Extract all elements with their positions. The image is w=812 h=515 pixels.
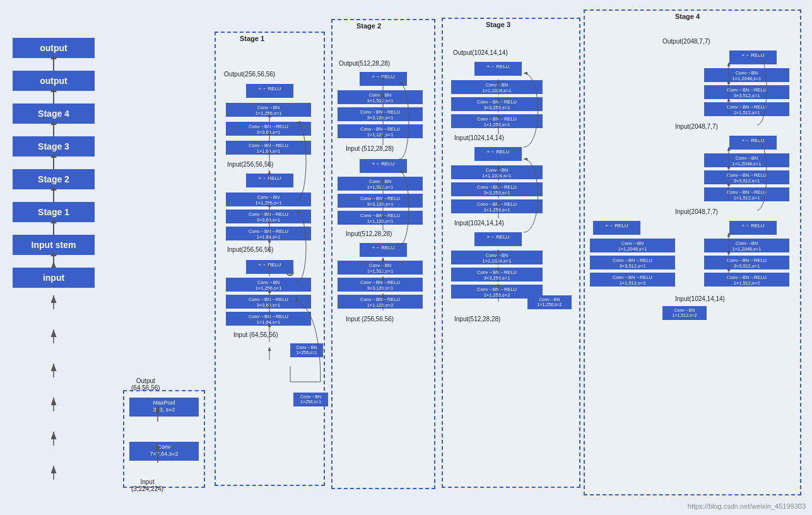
stem-output-label: Output(64,56,56) bbox=[131, 377, 160, 391]
stage4-label: Stage 4 bbox=[675, 13, 700, 20]
s4-input2-label: Input(2048,7,7) bbox=[675, 123, 718, 130]
overview-input: input bbox=[13, 268, 95, 288]
s2-b2-conv3: Conv→BN→RELU1×1,128,s=1 bbox=[338, 211, 423, 225]
s4-b1-conv1-l: Conv→BN1×1,2048,s=1 bbox=[590, 239, 675, 252]
s2-input1-label: Input(512,28,28) bbox=[346, 230, 392, 237]
s1-b3-conv1: Conv→BN1×1,256,s=1 bbox=[226, 103, 311, 117]
stage4-dashed-box bbox=[584, 9, 801, 495]
diagram-container: { "title": "ResNet Architecture Diagram"… bbox=[0, 0, 812, 515]
s1-output-label: Output(256,56,56) bbox=[224, 71, 275, 78]
s2-b1-conv2: Conv→BN→RELU3×3,128,s=1 bbox=[338, 278, 423, 292]
s4-b1-relu-r: +→ RELU bbox=[729, 221, 777, 235]
stage1-dashed-box bbox=[215, 32, 325, 486]
s4-b3-conv3-r: Conv→BN→RELU1×1,512,s=1 bbox=[704, 102, 789, 116]
s3-b2-conv1: Conv→BN1×1,1024,s=1 bbox=[451, 165, 543, 179]
stage3-label: Stage 3 bbox=[486, 21, 510, 28]
s4-b3-relu-r: +→ RELU bbox=[729, 50, 777, 64]
s4-b3-conv1-r: Conv→BN1×1,2048,s=1 bbox=[704, 68, 789, 82]
s3-output-label: Output(1024,14,14) bbox=[453, 49, 508, 56]
s4-b2-conv3-r: Conv→BN→RELU1×1,512,s=1 bbox=[704, 187, 789, 201]
maxpool-box: MaxPool3×3, s=2 bbox=[129, 398, 199, 417]
s4-b1-relu-l: +→ RELU bbox=[593, 221, 640, 235]
watermark: https://blog.csdn.net/weixin_45199303 bbox=[688, 502, 806, 510]
s2-b1-conv3: Conv→BN→RELU1×1,128,s=2 bbox=[338, 295, 423, 309]
s2-b3-relu: +→ RELU bbox=[360, 72, 407, 86]
s3-b1-relu: +→ RELU bbox=[474, 232, 522, 246]
s3-b3-conv3: Conv→BN→RELU1×1,256,s=1 bbox=[451, 114, 543, 128]
s1-input2-label: Input(256,56,56) bbox=[227, 161, 273, 168]
s2-b1-relu: +→ RELU bbox=[360, 243, 407, 257]
s3-input1-label: Input(1024,14,14) bbox=[454, 220, 504, 227]
s3-b2-conv2: Conv→BN→RELU3×3,256,s=1 bbox=[451, 182, 543, 196]
s4-b3-conv2-r: Conv→BN→RELU3×3,512,s=1 bbox=[704, 85, 789, 99]
s3-b3-conv1: Conv→BN1×1,1024,s=1 bbox=[451, 80, 543, 94]
s1-b3-conv3: Conv→BN→RELU1×1,64,s=1 bbox=[226, 141, 311, 155]
s2-b2-relu: +→ RELU bbox=[360, 159, 407, 173]
s2-b2-conv2: Conv→BN→RELU3×3,128,s=1 bbox=[338, 194, 423, 208]
s4-b1-conv1-r: Conv→BN1×1,2048,s=1 bbox=[704, 239, 789, 252]
s3-input0-label: Input(512,28,28) bbox=[454, 316, 500, 323]
s4-input1-label: Input(2048,7,7) bbox=[675, 208, 718, 215]
s1-b1-conv2: Conv→BN→RELU3×3,64,s=1 bbox=[226, 295, 311, 309]
s1-b2-relu: +→ RELU bbox=[246, 174, 293, 187]
s4-b2-conv1-r: Conv→BN1×1,2048,s=1 bbox=[704, 153, 789, 167]
conv7x7-box: Conv7×7,64,s=2 bbox=[129, 442, 199, 461]
s3-ds-conv: Conv→BN1×1,256,s=2 bbox=[527, 295, 572, 309]
s3-b1-conv1: Conv→BN1×1,1024,s=1 bbox=[451, 251, 543, 264]
s1-b3-relu: +→ RELU bbox=[246, 84, 293, 98]
s3-b2-relu: +→ RELU bbox=[474, 147, 522, 161]
s2-b2-conv1: Conv→BN1×1,512,s=1 bbox=[338, 177, 423, 191]
s4-b1-conv2-r: Conv→BN→RELU3×3,512,s=1 bbox=[704, 256, 789, 269]
s2-output-label: Output(512,28,28) bbox=[339, 60, 390, 67]
stage1-label: Stage 1 bbox=[240, 35, 264, 42]
s1-b1-conv3: Conv→BN→RELU1×1,64,s=1 bbox=[226, 312, 311, 326]
s3-input2-label: Input(1024,14,14) bbox=[454, 134, 504, 141]
s1-b1-relu: +→ RELU bbox=[246, 260, 293, 274]
s2-ds-conv: Conv→BN1×256,s=1 bbox=[293, 393, 328, 406]
s1-b1-conv1: Conv→BN1×1,256,s=1 bbox=[226, 278, 311, 292]
s2-b3-conv2: Conv→BN→RELU3×3,128,s=1 bbox=[338, 107, 423, 121]
s4-b2-relu-r: +→ RELU bbox=[729, 136, 777, 150]
s1-input1-label: Input(256,56,56) bbox=[227, 246, 273, 253]
s3-b2-conv3: Conv→BN→RELU1×1,256,s=1 bbox=[451, 199, 543, 213]
s2-input0-label: Input (256,56,56) bbox=[346, 316, 394, 323]
s1-ds-conv: Conv→BN1×256,s=1 bbox=[290, 343, 323, 357]
s1-b3-conv2: Conv→BN→RELU3×3,64,s=1 bbox=[226, 122, 311, 136]
s2-b3-conv1: Conv→BN1×1,512,s=1 bbox=[338, 90, 423, 104]
left-panel: output output Stage 4 Stage 3 Stage 2 St… bbox=[13, 38, 95, 289]
stage2-label: Stage 2 bbox=[356, 22, 381, 30]
s3-b3-relu: +→ RELU bbox=[474, 62, 522, 76]
s4-b1-conv2-l: Conv→BN→RELU3×3,512,s=1 bbox=[590, 256, 675, 269]
s1-b2-conv3: Conv→BN→RELU1×1,64,s=1 bbox=[226, 227, 311, 240]
s3-b3-conv2: Conv→BN→RELU3×3,256,s=1 bbox=[451, 97, 543, 111]
s4-b2-conv2-r: Conv→BN→RELU3×3,512,s=1 bbox=[704, 170, 789, 184]
s1-b2-conv1: Conv→BN1×1,256,s=1 bbox=[226, 192, 311, 206]
s4-ds-conv: Conv→BN1×1,512,s=2 bbox=[662, 306, 707, 320]
s2-input2-label: Input (512,28,28) bbox=[346, 145, 394, 152]
stem-input-label: Input(3,224,224) bbox=[131, 478, 163, 492]
s4-input0-label: Input(1024,14,14) bbox=[675, 295, 725, 302]
s4-b1-conv3-l: Conv→BN→RELU1×1,512,s=2 bbox=[590, 273, 675, 287]
s4-b1-conv3-r: Conv→BN→RELU1×1,512,s=2 bbox=[704, 273, 789, 287]
s1-input0-label: Input (64,56,56) bbox=[233, 331, 278, 338]
s3-b1-conv2: Conv→BN→RELU3×3,256,s=1 bbox=[451, 268, 543, 281]
s2-b3-conv3: Conv→BN→RELU1×1,128,s=1 bbox=[338, 124, 423, 138]
s2-b1-conv1: Conv→BN1×1,512,s=1 bbox=[338, 261, 423, 275]
s4-output-label: Output(2048,7,7) bbox=[662, 38, 710, 45]
s1-b2-conv2: Conv→BN→RELU3×3,64,s=1 bbox=[226, 210, 311, 223]
